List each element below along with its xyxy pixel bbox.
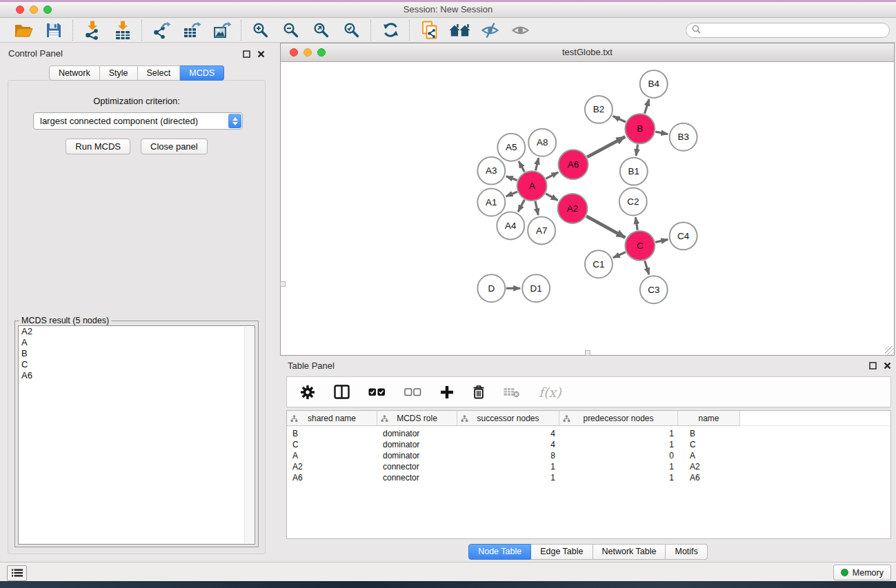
import-table-button[interactable] [108, 19, 138, 42]
zoom-window-button[interactable] [43, 6, 52, 14]
edge-B-B4[interactable] [645, 99, 649, 114]
delete-columns-button[interactable] [472, 385, 485, 399]
zoom-fit-button[interactable] [306, 19, 337, 42]
export-network-button[interactable] [146, 19, 177, 42]
node-C[interactable]: C [625, 231, 655, 261]
hide-details-button[interactable] [475, 19, 505, 42]
unselect-all-columns-button[interactable] [404, 388, 421, 396]
zoom-in-button[interactable] [246, 19, 276, 42]
result-item[interactable]: A6 [19, 370, 255, 381]
node-A4[interactable]: A4 [497, 212, 524, 239]
edge-C-C3[interactable] [645, 261, 649, 274]
node-B1[interactable]: B1 [620, 158, 648, 185]
show-details-button[interactable] [505, 19, 535, 42]
minimize-network-window-button[interactable] [303, 48, 312, 57]
node-A5[interactable]: A5 [497, 134, 525, 161]
edge-B-B1[interactable] [636, 144, 637, 155]
node-D[interactable]: D [477, 274, 505, 302]
edge-A-A4[interactable] [518, 200, 524, 212]
search-input[interactable] [704, 25, 889, 36]
tab-network-table[interactable]: Network Table [593, 544, 666, 560]
column-header-mcds-role[interactable]: MCDS role [377, 411, 457, 426]
result-item[interactable]: C [19, 359, 255, 370]
node-B3[interactable]: B3 [670, 123, 697, 151]
settings-button[interactable] [300, 385, 315, 400]
tab-motifs[interactable]: Motifs [666, 544, 707, 560]
result-list-scrollbar[interactable] [244, 327, 254, 543]
open-file-button[interactable] [8, 19, 39, 42]
column-header-predecessor-nodes[interactable]: predecessor nodes [559, 411, 678, 426]
table-row[interactable]: Bdominator41B [287, 428, 890, 439]
network-canvas[interactable]: AA1A2A3A4A5A6A7A8BB1B2B3B4CC1C2C3C4DD1 [281, 62, 894, 355]
zoom-network-window-button[interactable] [317, 48, 326, 57]
node-A7[interactable]: A7 [528, 216, 555, 244]
node-C3[interactable]: C3 [640, 276, 668, 303]
criterion-select[interactable]: largest connected component (directed) [33, 112, 243, 130]
column-header-shared-name[interactable]: shared name [287, 411, 377, 426]
zoom-selected-button[interactable] [337, 19, 367, 42]
close-network-window-button[interactable] [290, 48, 298, 57]
import-network-button[interactable] [77, 19, 108, 42]
close-table-panel-icon[interactable] [884, 362, 891, 369]
tab-style[interactable]: Style [100, 65, 138, 81]
tab-select[interactable]: Select [138, 65, 181, 81]
edge-A-A8[interactable] [536, 158, 539, 170]
table-row[interactable]: A2connector11A2 [287, 461, 890, 472]
edge-A-A1[interactable] [506, 192, 517, 196]
mcds-result-list[interactable]: A2ABCA6 [18, 325, 255, 545]
tab-node-table[interactable]: Node Table [468, 544, 531, 560]
node-D1[interactable]: D1 [522, 274, 550, 302]
close-panel-button[interactable]: Close panel [141, 139, 208, 154]
column-header-successor-nodes[interactable]: successor nodes [457, 411, 559, 426]
edge-A-A7[interactable] [535, 201, 538, 215]
result-item[interactable]: A2 [19, 326, 255, 337]
float-panel-icon[interactable] [243, 50, 250, 58]
export-image-button[interactable] [207, 19, 237, 42]
clone-network-button[interactable] [414, 19, 444, 42]
node-A8[interactable]: A8 [528, 129, 556, 156]
edge-C-C1[interactable] [613, 252, 626, 258]
table-row[interactable]: Adominator80A [287, 450, 890, 461]
edge-A-A6[interactable] [546, 172, 559, 179]
vertical-splitter-handle[interactable] [280, 281, 286, 287]
edge-B-B2[interactable] [613, 116, 626, 123]
node-C2[interactable]: C2 [619, 188, 647, 216]
task-history-button[interactable] [7, 565, 27, 581]
edge-A-A2[interactable] [546, 194, 558, 201]
result-item[interactable]: A [19, 337, 255, 348]
minimize-window-button[interactable] [30, 6, 38, 14]
edge-C-C2[interactable] [635, 217, 637, 230]
export-table-button[interactable] [177, 19, 207, 42]
edge-C-C4[interactable] [655, 239, 668, 242]
split-view-button[interactable] [334, 385, 350, 399]
node-B2[interactable]: B2 [585, 96, 613, 123]
node-A1[interactable]: A1 [477, 189, 505, 216]
tab-edge-table[interactable]: Edge Table [531, 544, 593, 560]
select-all-columns-button[interactable] [368, 388, 386, 396]
network-graph[interactable]: AA1A2A3A4A5A6A7A8BB1B2B3B4CC1C2C3C4DD1 [281, 62, 894, 355]
column-header-name[interactable]: name [678, 411, 740, 426]
run-mcds-button[interactable]: Run MCDS [66, 139, 130, 154]
close-window-button[interactable] [16, 6, 24, 14]
node-B4[interactable]: B4 [640, 70, 668, 98]
float-table-panel-icon[interactable] [869, 362, 877, 369]
tab-network[interactable]: Network [49, 65, 100, 81]
window-resize-grip[interactable] [885, 346, 894, 355]
horizontal-splitter-handle[interactable] [585, 350, 590, 356]
home-button[interactable] [444, 19, 475, 42]
refresh-button[interactable] [375, 19, 406, 42]
node-B[interactable]: B [625, 114, 655, 143]
node-C1[interactable]: C1 [585, 250, 613, 278]
add-column-button[interactable] [440, 385, 454, 399]
table-row[interactable]: A6connector11A6 [287, 472, 890, 483]
table-row[interactable]: Cdominator41C [287, 439, 890, 450]
edge-A2-C[interactable] [586, 216, 625, 238]
save-session-button[interactable] [39, 19, 69, 42]
search-box[interactable] [686, 23, 890, 38]
edge-B-B3[interactable] [655, 132, 668, 134]
node-A3[interactable]: A3 [477, 157, 505, 185]
node-A2[interactable]: A2 [558, 194, 588, 223]
memory-button[interactable]: Memory [833, 565, 891, 580]
node-A6[interactable]: A6 [559, 150, 588, 179]
node-C4[interactable]: C4 [670, 222, 697, 250]
